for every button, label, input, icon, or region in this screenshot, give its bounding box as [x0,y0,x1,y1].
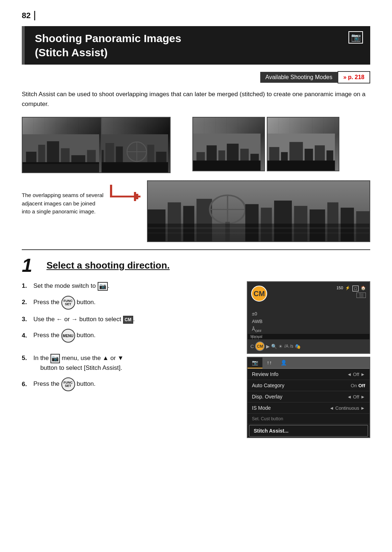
header-left-bar [22,26,25,65]
cam-menu-tab-settings[interactable]: ↑↑ [262,357,276,368]
pano-result-image [147,180,370,242]
title-line1: Shooting Panoramic Images [35,32,181,44]
cm-badge-small: CM [255,342,265,351]
svg-rect-26 [193,161,261,171]
step-item-5: 5. In the 📷 menu, use the ▲ or ▼ button … [22,353,236,372]
cam-top-right-icons: 150 ⚡ □ 🏠 ⬛ [336,286,366,298]
or-text: or [64,316,70,323]
pano-gap [171,117,181,173]
pano-image-2 [91,117,171,173]
mode-icons-row: C CM ▶ 🔍 ☀ /A /s 🎭 [248,339,369,353]
cam-screen-top: CM 150 ⚡ □ 🏠 ⬛ ±0 AWB [247,281,370,354]
func-set-button-icon: FUNCSET [61,296,75,310]
step-title: Select a shooting direction. [46,260,170,271]
cm-mode-icon: CM [123,316,133,324]
cam-menu-tab-camera[interactable]: 📷 [248,357,262,368]
cam-menu-row-overlay: Disp. Overlay ◄ Off ► [248,391,369,402]
pano-image-1 [22,117,102,173]
camera-icon-box: 📷 [348,31,363,44]
section-title: Shooting Panoramic Images (Stitch Assist… [29,31,181,60]
cam-menu-row-review: Review Info ◄ Off ► [248,369,369,380]
cam-menu-tab-user[interactable]: 👤 [276,357,291,368]
cam-menu-row-stitch[interactable]: Stitch Assist... [249,425,368,437]
step-item-6: 6. Press the FUNCSET button. [22,377,236,391]
link-page: p. 218 [348,74,364,81]
section-header: Shooting Panoramic Images (Stitch Assist… [22,26,370,65]
cam-menu-tab-row: 📷 ↑↑ 👤 [248,357,369,369]
cam-menu-row-autocategory: Auto Category On Off [248,380,369,391]
manual-label: Manual [248,334,369,339]
intro-text: Stitch Assist can be used to shoot overl… [22,89,370,109]
pano-arrow-row: The overlapping seams of several adjacen… [22,180,370,242]
cam-menu-row-setcust: Set. Cust button [248,414,369,424]
camera-icon: 📷 [351,33,361,42]
svg-rect-8 [23,164,99,172]
modes-label: Available Shooting Modes [260,72,338,83]
svg-rect-55 [148,233,369,234]
step-section-1: 1 Select a shooting direction. 1. Set th… [22,249,370,438]
svg-rect-18 [91,162,168,173]
page-number: 82 [22,11,370,26]
step-instructions: 1. Set the mode switch to 📷. 2. Press th… [22,281,236,438]
page-num-text: 82 [22,11,35,20]
step-content: 1. Set the mode switch to 📷. 2. Press th… [22,281,370,438]
pano-image-3 [192,117,265,171]
camera-screens: CM 150 ⚡ □ 🏠 ⬛ ±0 AWB [247,281,370,438]
func-set-button-icon-2: FUNCSET [61,377,75,391]
pano-overlap-text: The overlapping seams of several adjacen… [22,180,103,216]
svg-rect-54 [148,227,369,229]
svg-rect-34 [268,161,335,171]
menu-button-icon: MENU [61,329,75,343]
cam-menu-row-ismode: IS Mode ◄ Continuous ► [248,402,369,414]
pano-illustration: The overlapping seams of several adjacen… [22,117,370,242]
title-line2: (Stitch Assist) [35,46,108,58]
spacer [22,348,236,353]
modes-bar: Available Shooting Modes » p. 218 [22,71,370,83]
step-item-4: 4. Press the MENU button. [22,329,236,343]
pano-arrow-icon: ⮡ [108,184,143,213]
pano-top-row [22,117,370,173]
pano-image-4 [267,117,339,171]
step-item-2: 2. Press the FUNCSET button. [22,296,236,310]
cam-screen-menu: 📷 ↑↑ 👤 Review Info ◄ Off ► Auto Category… [247,357,370,438]
camera-mode-icon: 📷 [98,282,108,291]
modes-link[interactable]: » p. 218 [338,71,370,83]
shoot-mode-icon: 📷 [50,354,60,363]
step-header: 1 Select a shooting direction. [22,256,370,275]
step-item-1: 1. Set the mode switch to 📷. [22,281,236,291]
step-item-3: 3. Use the ← or → button to select CM. [22,315,236,324]
cm-badge-large: CM [251,286,267,302]
link-arrows: » [343,74,347,81]
cam-mode-strip: Manual C CM ▶ 🔍 ☀ /A /s 🎭 [248,334,369,353]
step-number: 1 [22,256,40,275]
